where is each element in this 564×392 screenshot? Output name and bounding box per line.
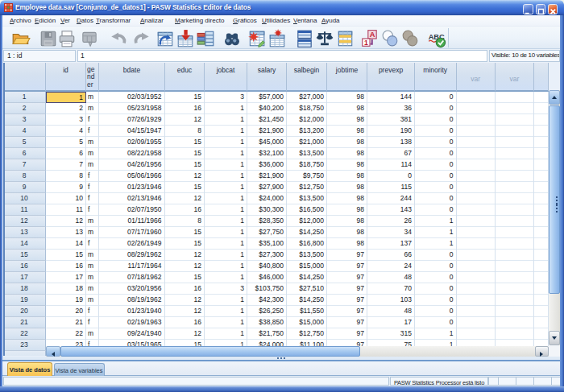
svg-text:1: 1 — [364, 38, 368, 46]
svg-text:A: A — [370, 31, 375, 39]
